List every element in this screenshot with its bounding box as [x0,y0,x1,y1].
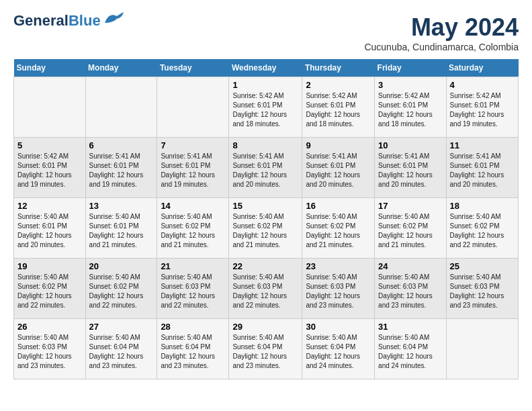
day-info: Sunrise: 5:41 AMSunset: 6:01 PMDaylight:… [161,152,225,189]
day-number: 24 [378,261,442,271]
day-number: 2 [306,80,371,90]
day-info: Sunrise: 5:41 AMSunset: 6:01 PMDaylight:… [89,152,154,189]
header-wednesday: Wednesday [229,59,302,77]
header-sunday: Sunday [14,59,86,77]
day-info: Sunrise: 5:40 AMSunset: 6:02 PMDaylight:… [161,212,225,250]
day-info: Sunrise: 5:40 AMSunset: 6:01 PMDaylight:… [89,212,154,250]
day-cell: 19Sunrise: 5:40 AMSunset: 6:02 PMDayligh… [14,259,86,319]
day-cell: 5Sunrise: 5:42 AMSunset: 6:01 PMDaylight… [14,138,86,198]
day-cell: 15Sunrise: 5:40 AMSunset: 6:02 PMDayligh… [229,198,302,259]
day-info: Sunrise: 5:40 AMSunset: 6:02 PMDaylight:… [89,273,154,310]
day-number: 8 [232,140,298,150]
day-info: Sunrise: 5:41 AMSunset: 6:01 PMDaylight:… [378,152,442,189]
header-tuesday: Tuesday [157,59,229,77]
day-info: Sunrise: 5:41 AMSunset: 6:01 PMDaylight:… [450,152,515,189]
day-cell: 22Sunrise: 5:40 AMSunset: 6:03 PMDayligh… [229,259,302,319]
day-cell: 25Sunrise: 5:40 AMSunset: 6:03 PMDayligh… [446,259,518,319]
day-info: Sunrise: 5:40 AMSunset: 6:03 PMDaylight:… [306,273,371,310]
day-number: 17 [378,201,442,211]
day-info: Sunrise: 5:41 AMSunset: 6:01 PMDaylight:… [306,152,371,189]
day-cell: 6Sunrise: 5:41 AMSunset: 6:01 PMDaylight… [85,138,157,198]
day-cell: 20Sunrise: 5:40 AMSunset: 6:02 PMDayligh… [85,259,157,319]
day-cell: 2Sunrise: 5:42 AMSunset: 6:01 PMDaylight… [302,77,375,138]
week-row-3: 12Sunrise: 5:40 AMSunset: 6:01 PMDayligh… [14,198,519,259]
day-number: 23 [306,261,371,271]
day-number: 19 [17,261,82,271]
day-info: Sunrise: 5:40 AMSunset: 6:03 PMDaylight:… [232,273,298,310]
month-title: May 2024 [364,13,519,42]
day-cell: 21Sunrise: 5:40 AMSunset: 6:03 PMDayligh… [157,259,229,319]
day-cell: 7Sunrise: 5:41 AMSunset: 6:01 PMDaylight… [157,138,229,198]
day-number: 22 [232,261,298,271]
day-info: Sunrise: 5:42 AMSunset: 6:01 PMDaylight:… [450,91,515,129]
day-info: Sunrise: 5:40 AMSunset: 6:02 PMDaylight:… [450,212,515,250]
logo-blue: Blue [69,12,101,29]
day-info: Sunrise: 5:40 AMSunset: 6:03 PMDaylight:… [450,273,515,310]
week-row-2: 5Sunrise: 5:42 AMSunset: 6:01 PMDaylight… [14,138,519,198]
week-row-5: 26Sunrise: 5:40 AMSunset: 6:03 PMDayligh… [14,319,519,379]
day-info: Sunrise: 5:40 AMSunset: 6:04 PMDaylight:… [89,333,154,371]
day-number: 5 [17,140,82,150]
logo: GeneralBlue [13,13,125,28]
day-number: 26 [17,322,82,332]
location: Cucunuba, Cundinamarca, Colombia [364,42,519,52]
day-cell: 14Sunrise: 5:40 AMSunset: 6:02 PMDayligh… [157,198,229,259]
day-cell: 23Sunrise: 5:40 AMSunset: 6:03 PMDayligh… [302,259,375,319]
day-info: Sunrise: 5:40 AMSunset: 6:04 PMDaylight:… [232,333,298,371]
title-section: May 2024 Cucunuba, Cundinamarca, Colombi… [364,13,519,52]
day-cell: 8Sunrise: 5:41 AMSunset: 6:01 PMDaylight… [229,138,302,198]
week-row-1: 1Sunrise: 5:42 AMSunset: 6:01 PMDaylight… [14,77,519,138]
day-number: 20 [89,261,154,271]
header-friday: Friday [375,59,446,77]
day-number: 25 [450,261,515,271]
day-cell [446,319,518,379]
day-number: 28 [161,322,225,332]
logo-general: General [13,12,69,29]
header-thursday: Thursday [302,59,375,77]
day-number: 12 [17,201,82,211]
day-info: Sunrise: 5:42 AMSunset: 6:01 PMDaylight:… [378,91,442,129]
day-number: 29 [232,322,298,332]
day-number: 7 [161,140,225,150]
day-cell: 31Sunrise: 5:40 AMSunset: 6:04 PMDayligh… [375,319,446,379]
day-info: Sunrise: 5:40 AMSunset: 6:02 PMDaylight:… [17,273,82,310]
day-cell: 26Sunrise: 5:40 AMSunset: 6:03 PMDayligh… [14,319,86,379]
day-cell: 17Sunrise: 5:40 AMSunset: 6:02 PMDayligh… [375,198,446,259]
day-number: 10 [378,140,442,150]
day-number: 13 [89,201,154,211]
day-cell: 11Sunrise: 5:41 AMSunset: 6:01 PMDayligh… [446,138,518,198]
day-number: 3 [378,80,442,90]
day-info: Sunrise: 5:40 AMSunset: 6:03 PMDaylight:… [17,333,82,371]
day-cell: 12Sunrise: 5:40 AMSunset: 6:01 PMDayligh… [14,198,86,259]
day-info: Sunrise: 5:41 AMSunset: 6:01 PMDaylight:… [232,152,298,189]
day-cell: 1Sunrise: 5:42 AMSunset: 6:01 PMDaylight… [229,77,302,138]
day-info: Sunrise: 5:40 AMSunset: 6:04 PMDaylight:… [161,333,225,371]
day-number: 11 [450,140,515,150]
day-cell: 4Sunrise: 5:42 AMSunset: 6:01 PMDaylight… [446,77,518,138]
calendar-header-row: SundayMondayTuesdayWednesdayThursdayFrid… [14,59,519,77]
day-number: 1 [232,80,298,90]
day-info: Sunrise: 5:40 AMSunset: 6:02 PMDaylight:… [306,212,371,250]
day-cell: 30Sunrise: 5:40 AMSunset: 6:04 PMDayligh… [302,319,375,379]
day-cell [157,77,229,138]
calendar-table: SundayMondayTuesdayWednesdayThursdayFrid… [13,59,519,379]
day-number: 31 [378,322,442,332]
day-cell: 10Sunrise: 5:41 AMSunset: 6:01 PMDayligh… [375,138,446,198]
day-info: Sunrise: 5:40 AMSunset: 6:03 PMDaylight:… [378,273,442,310]
logo-bird-icon [103,11,125,26]
day-number: 15 [232,201,298,211]
day-cell: 16Sunrise: 5:40 AMSunset: 6:02 PMDayligh… [302,198,375,259]
day-info: Sunrise: 5:40 AMSunset: 6:03 PMDaylight:… [161,273,225,310]
day-number: 9 [306,140,371,150]
day-info: Sunrise: 5:40 AMSunset: 6:04 PMDaylight:… [378,333,442,371]
day-cell: 28Sunrise: 5:40 AMSunset: 6:04 PMDayligh… [157,319,229,379]
day-cell: 24Sunrise: 5:40 AMSunset: 6:03 PMDayligh… [375,259,446,319]
day-number: 14 [161,201,225,211]
day-info: Sunrise: 5:40 AMSunset: 6:01 PMDaylight:… [17,212,82,250]
day-cell: 3Sunrise: 5:42 AMSunset: 6:01 PMDaylight… [375,77,446,138]
day-number: 6 [89,140,154,150]
day-info: Sunrise: 5:40 AMSunset: 6:02 PMDaylight:… [378,212,442,250]
day-info: Sunrise: 5:42 AMSunset: 6:01 PMDaylight:… [232,91,298,129]
day-number: 16 [306,201,371,211]
day-info: Sunrise: 5:40 AMSunset: 6:02 PMDaylight:… [232,212,298,250]
